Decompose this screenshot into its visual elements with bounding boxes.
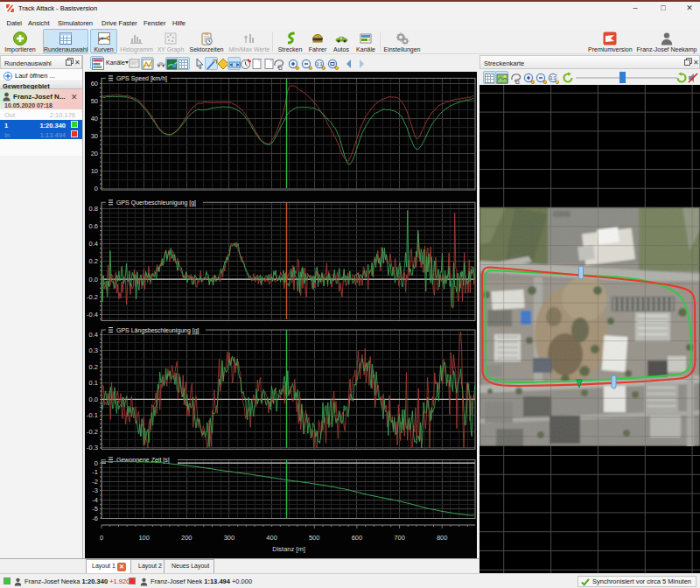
svg-text:-2: -2: [92, 478, 98, 486]
svg-text:1:1: 1:1: [316, 61, 322, 66]
svg-text:-1: -1: [92, 468, 98, 476]
svg-text:GPS Speed [km/h]: GPS Speed [km/h]: [116, 75, 167, 82]
svg-text:0.0: 0.0: [89, 276, 98, 284]
svg-text:0.2: 0.2: [89, 363, 98, 371]
svg-text:700: 700: [394, 534, 405, 542]
svg-text:500: 500: [309, 534, 320, 542]
svg-text:200: 200: [181, 534, 192, 542]
svg-text:-0.2: -0.2: [87, 428, 98, 436]
svg-text:-0.1: -0.1: [87, 411, 98, 419]
svg-text:60: 60: [91, 80, 98, 88]
svg-text:1:1: 1:1: [550, 75, 556, 80]
svg-text:0: 0: [100, 534, 103, 542]
svg-text:400: 400: [266, 534, 277, 542]
svg-text:-5: -5: [92, 505, 98, 513]
svg-text:800: 800: [437, 534, 448, 542]
svg-text:40: 40: [91, 115, 98, 122]
svg-text:300: 300: [224, 534, 235, 542]
svg-text:GPS Längsbeschleunigung [g]: GPS Längsbeschleunigung [g]: [116, 327, 200, 334]
svg-text:0.3: 0.3: [89, 346, 98, 354]
svg-text:50: 50: [91, 97, 98, 105]
svg-text:-4: -4: [92, 496, 98, 504]
svg-text:0.6: 0.6: [89, 222, 98, 230]
svg-text:0.8: 0.8: [89, 205, 98, 213]
svg-text:0: 0: [94, 459, 98, 467]
svg-text:0.4: 0.4: [89, 331, 98, 339]
svg-text:-0.2: -0.2: [87, 293, 98, 301]
svg-text:20: 20: [91, 150, 98, 158]
svg-text:-3: -3: [92, 486, 98, 494]
svg-text:Distanz [m]: Distanz [m]: [272, 545, 305, 553]
svg-text:0.4: 0.4: [89, 240, 98, 248]
svg-text:600: 600: [352, 534, 363, 542]
svg-text:100: 100: [138, 534, 150, 542]
svg-text:0: 0: [94, 185, 98, 192]
svg-text:-0.4: -0.4: [87, 311, 98, 318]
svg-text:10: 10: [91, 167, 98, 175]
svg-text:30: 30: [91, 132, 98, 140]
svg-text:-6: -6: [92, 514, 98, 522]
svg-text:-0.3: -0.3: [87, 444, 98, 452]
svg-text:0.0: 0.0: [89, 396, 98, 403]
svg-text:GPS Querbeschleunigung [g]: GPS Querbeschleunigung [g]: [116, 200, 196, 206]
svg-text:0.1: 0.1: [89, 379, 98, 387]
svg-text:0.2: 0.2: [89, 257, 98, 265]
